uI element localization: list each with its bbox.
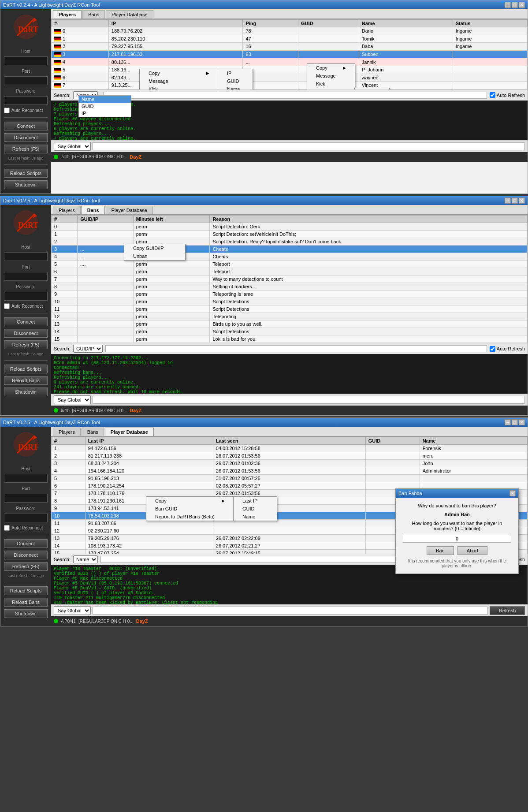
ban-abort-btn[interactable]: Abort bbox=[457, 546, 487, 555]
table-row[interactable]: 281.217.119.23826.07.2012 01:53:56meru bbox=[52, 452, 528, 460]
ctx-db-copy[interactable]: Copy ▶ bbox=[146, 497, 234, 505]
table-row[interactable]: 791.3.25...Vincent bbox=[52, 82, 528, 89]
tab-bans-2[interactable]: Bans bbox=[82, 206, 105, 214]
reload-scripts-btn-1[interactable]: Reload Scripts bbox=[4, 169, 48, 178]
ctx-db-ban-guid[interactable]: Ban GUID bbox=[146, 505, 234, 513]
table-row[interactable]: 7permWay to many detections to count bbox=[52, 276, 528, 283]
password-input-3[interactable] bbox=[4, 514, 48, 522]
ctx-copy-guidip[interactable]: Copy GUID/IP bbox=[124, 244, 185, 252]
minimize-btn-1[interactable]: ─ bbox=[505, 2, 511, 8]
ctx-copy-name-1[interactable]: Name bbox=[218, 85, 253, 89]
say-select-3[interactable]: Say Global Console bbox=[54, 606, 91, 615]
table-row[interactable]: 368.33.247.20426.07.2012 01:02:36John bbox=[52, 460, 528, 467]
table-row[interactable]: 8permSetting of markers... bbox=[52, 283, 528, 291]
search-select-2[interactable]: GUID/IP Reason bbox=[73, 345, 103, 353]
shutdown-btn-3[interactable]: Shutdown bbox=[4, 609, 48, 618]
table-row[interactable]: 4...permCheats bbox=[52, 253, 528, 261]
auto-reconnect-2[interactable]: Auto Reconnect bbox=[4, 303, 48, 309]
table-row[interactable]: 6permTeleport bbox=[52, 268, 528, 276]
table-row[interactable]: 9permTeleporting is lame bbox=[52, 291, 528, 298]
disconnect-btn-2[interactable]: Disconnect bbox=[4, 329, 48, 338]
maximize-btn-2[interactable]: □ bbox=[512, 197, 518, 204]
auto-reconnect-checkbox-1[interactable] bbox=[4, 108, 10, 113]
tab-bans-1[interactable]: Bans bbox=[82, 10, 105, 19]
ctx-msg-right-1[interactable]: Message bbox=[307, 72, 355, 80]
refresh-action-btn-3[interactable]: Refresh bbox=[490, 606, 525, 615]
minimize-btn-3[interactable]: ─ bbox=[505, 419, 511, 425]
table-row[interactable]: 279.227.95.15516BabaIngame bbox=[52, 43, 528, 51]
table-row[interactable]: 10permScript Detections bbox=[52, 298, 528, 305]
table-row[interactable]: 14permScript Detections bbox=[52, 328, 528, 335]
table-row[interactable]: 3...permCheats bbox=[52, 246, 528, 253]
reload-bans-btn-2[interactable]: Reload Bans bbox=[4, 376, 48, 385]
ctx-unban[interactable]: Unban bbox=[124, 252, 185, 260]
refresh-btn-2[interactable]: Refresh (F5) bbox=[4, 340, 48, 349]
auto-refresh-checkbox-1[interactable] bbox=[490, 92, 495, 98]
ctx-message-1[interactable]: Message bbox=[140, 77, 218, 85]
table-row[interactable]: 0permScript Detection: Gerk bbox=[52, 223, 528, 231]
host-input-2[interactable] bbox=[4, 252, 48, 261]
connect-btn-2[interactable]: Connect bbox=[4, 317, 48, 326]
shutdown-btn-2[interactable]: Shutdown bbox=[4, 387, 48, 396]
table-row[interactable]: 16permLoki's is bad for you. bbox=[52, 343, 528, 343]
auto-reconnect-checkbox-2[interactable] bbox=[4, 303, 10, 309]
host-input-1[interactable] bbox=[4, 56, 48, 65]
say-input-3[interactable] bbox=[93, 607, 488, 615]
auto-refresh-cb-1[interactable]: Auto Refresh bbox=[490, 92, 525, 98]
table-row[interactable]: 3217.81.196.3363Subben bbox=[52, 50, 528, 58]
table-row[interactable]: 2permScript Detection: Realy? tupidmista… bbox=[52, 238, 528, 246]
tab-player-database-2[interactable]: Player Database bbox=[106, 206, 153, 214]
minimize-btn-2[interactable]: ─ bbox=[505, 197, 511, 204]
close-btn-1[interactable]: ✕ bbox=[519, 2, 525, 8]
table-row[interactable]: 662.143...waynee bbox=[52, 74, 528, 82]
password-input-2[interactable] bbox=[4, 292, 48, 301]
search-input-1[interactable] bbox=[103, 92, 487, 99]
table-row[interactable]: 4194.166.184.12026.07.2012 01:53:56Admin… bbox=[52, 467, 528, 475]
reload-scripts-btn-2[interactable]: Reload Scripts bbox=[4, 365, 48, 373]
table-row[interactable]: 0188.79.76.20278DarioIngame bbox=[52, 27, 528, 35]
reload-bans-btn-3[interactable]: Reload Bans bbox=[4, 598, 48, 607]
port-input-2[interactable] bbox=[4, 272, 48, 281]
auto-refresh-cb-2[interactable]: Auto Refresh bbox=[490, 346, 525, 352]
table-row[interactable]: 1permScript Detection: setVehicleInit Do… bbox=[52, 231, 528, 238]
ban-dialog-close[interactable]: ✕ bbox=[509, 490, 516, 496]
ctx-ban-right-1[interactable]: Ban ▶ bbox=[307, 88, 355, 89]
table-row[interactable]: 12permTeleporting bbox=[52, 313, 528, 320]
reload-scripts-btn-3[interactable]: Reload Scripts bbox=[4, 586, 48, 595]
auto-reconnect-checkbox-3[interactable] bbox=[4, 525, 10, 531]
dropdown-name[interactable]: Name bbox=[79, 96, 131, 103]
port-input-3[interactable] bbox=[4, 494, 48, 503]
ctx-kick-1[interactable]: Kick bbox=[140, 85, 218, 89]
tab-players-2[interactable]: Players bbox=[53, 206, 81, 214]
connect-btn-1[interactable]: Connect bbox=[4, 122, 48, 130]
table-row[interactable]: 5....permTeleport bbox=[52, 261, 528, 268]
table-row[interactable]: 194.172.6.15604.08.2012 15:28:58Forensik bbox=[52, 445, 528, 452]
dropdown-guid[interactable]: GUID bbox=[79, 103, 131, 110]
maximize-btn-1[interactable]: □ bbox=[512, 2, 518, 8]
ban-confirm-btn[interactable]: Ban bbox=[427, 546, 454, 555]
port-input-1[interactable] bbox=[4, 76, 48, 85]
ctx-db-copy-name[interactable]: Name bbox=[234, 513, 277, 521]
say-select-2[interactable]: Say Global Console bbox=[54, 395, 91, 404]
say-input-2[interactable] bbox=[93, 396, 525, 404]
table-row[interactable]: 15permLoki's is bad for you. bbox=[52, 335, 528, 343]
host-input-3[interactable] bbox=[4, 474, 48, 483]
ctx-db-report[interactable]: Report to DaRTBans (Beta) bbox=[146, 513, 234, 521]
ctx-ban-guid-1[interactable]: GUID bbox=[355, 88, 389, 89]
refresh-btn-3[interactable]: Refresh (F5) bbox=[4, 562, 48, 571]
table-row[interactable]: 5188.16...P_Johann bbox=[52, 66, 528, 74]
ctx-copy-guid-1[interactable]: GUID bbox=[218, 77, 253, 85]
say-select-1[interactable]: Say Global Console bbox=[54, 142, 91, 151]
auto-reconnect-1[interactable]: Auto Reconnect bbox=[4, 108, 48, 113]
auto-refresh-checkbox-2[interactable] bbox=[490, 346, 495, 352]
tab-player-database-1[interactable]: Player Database bbox=[106, 10, 153, 19]
connect-btn-3[interactable]: Connect bbox=[4, 539, 48, 548]
tab-bans-3[interactable]: Bans bbox=[82, 428, 104, 436]
maximize-btn-3[interactable]: □ bbox=[512, 419, 518, 425]
password-input-1[interactable] bbox=[4, 96, 48, 105]
tab-players-1[interactable]: Players bbox=[53, 10, 82, 19]
tab-players-3[interactable]: Players bbox=[53, 428, 81, 436]
ctx-db-copy-guid[interactable]: GUID bbox=[234, 505, 277, 513]
close-btn-3[interactable]: ✕ bbox=[519, 419, 525, 425]
table-row[interactable]: 13permBirds up to you as well. bbox=[52, 320, 528, 328]
